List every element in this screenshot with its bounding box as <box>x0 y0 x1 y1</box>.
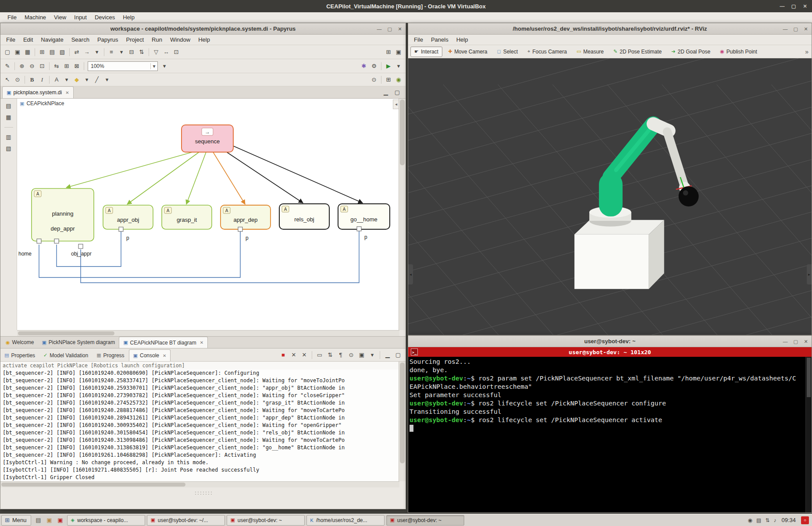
minimize-editor-icon[interactable]: ▁ <box>381 88 391 97</box>
validate-model-icon[interactable]: ✱ <box>359 61 369 71</box>
open-console-icon[interactable]: ▣ <box>357 350 367 360</box>
rviz-menu-item[interactable]: File <box>410 36 427 44</box>
close-button-icon[interactable]: ✕ <box>397 25 403 32</box>
maximize-panel-icon[interactable]: ▢ <box>393 350 403 360</box>
zoom-level-dropdown-icon[interactable]: ▾ <box>160 61 169 71</box>
minimize-button-icon[interactable]: — <box>779 2 786 10</box>
minimize-button-icon[interactable]: — <box>782 25 789 32</box>
interact-tool[interactable]: ☛Interact <box>410 46 442 57</box>
taskbar-window-papyrus[interactable]: ◈workspace - ceapilo... <box>67 515 145 526</box>
close-button-icon[interactable]: ✕ <box>801 2 808 10</box>
rviz-menu-item[interactable]: Help <box>452 36 472 44</box>
tab-welcome[interactable]: ◉Welcome <box>2 337 38 348</box>
volume-icon-icon[interactable]: ♪ <box>773 517 776 523</box>
bt-port[interactable] <box>119 227 123 231</box>
tab-picknplace-system-diagram[interactable]: ▣PickNPlace System diagram <box>38 337 119 348</box>
clock[interactable]: 09:34 <box>780 517 797 523</box>
papyrus-menu-item[interactable]: Help <box>194 36 214 44</box>
tab-properties[interactable]: ▤Properties <box>0 349 39 361</box>
zoom-caret-icon[interactable]: ▾ <box>150 63 157 69</box>
scrollbar-thumb[interactable] <box>18 331 114 335</box>
canvas-vertical-scrollbar[interactable] <box>399 99 406 330</box>
papyrus-menu-item[interactable]: Window <box>166 36 194 44</box>
insert-table-icon[interactable]: ⊞ <box>37 47 47 57</box>
papyrus-menu-item[interactable]: Project <box>122 36 148 44</box>
rviz-3d-viewport[interactable]: ◂ ▸ <box>408 58 812 335</box>
remove-launch-icon[interactable]: ✕ <box>289 350 299 360</box>
restore-view-icon[interactable]: ▤ <box>4 101 14 111</box>
terminal-scrollbar[interactable] <box>805 357 812 512</box>
bt-node-sequence[interactable]: →sequence <box>182 125 233 152</box>
publish-point-tool[interactable]: ◉Publish Point <box>716 46 761 57</box>
open-perspective-icon[interactable]: ⊞ <box>384 47 393 57</box>
bt-edge[interactable] <box>186 152 206 204</box>
bt-node-planning[interactable]: Aplanningdep_appr <box>32 188 94 241</box>
select-tool-icon[interactable]: ↖ <box>3 75 12 85</box>
save-icon[interactable]: ▣ <box>13 47 22 57</box>
terminal-screen[interactable]: Sourcing ros2...done, bye.user@sybot-dev… <box>408 357 805 512</box>
fill-color-icon[interactable]: ◆ <box>72 75 82 85</box>
bt-edge[interactable] <box>233 146 363 203</box>
papyrus-menu-item[interactable]: File <box>2 36 19 44</box>
show-desktop-icon[interactable]: ▤ <box>33 515 43 526</box>
run-dropdown-icon[interactable]: ▾ <box>394 61 403 71</box>
move-camera-tool[interactable]: ✚Move Camera <box>444 46 491 57</box>
zoom-out-icon[interactable]: ⊖ <box>27 61 37 71</box>
bt-edge[interactable] <box>213 152 245 204</box>
tab-ceapicknplace-bt-diagram[interactable]: ▣CEAPickNPlace BT diagram✕ <box>119 337 208 348</box>
network-icon-icon[interactable]: ⇅ <box>765 517 769 523</box>
bt-node-rels_obj[interactable]: Arels_obj <box>279 204 329 229</box>
align-icon[interactable]: ≡ <box>107 47 116 57</box>
bt-node-appr_dep[interactable]: Aappr_dep <box>221 205 271 229</box>
marker-icon[interactable]: ✎ <box>3 61 12 71</box>
minimize-button-icon[interactable]: — <box>376 25 383 32</box>
link-elements-icon[interactable]: ⇄ <box>72 47 82 57</box>
show-palette-icon[interactable]: ▤ <box>47 47 57 57</box>
arrow-dropdown-icon[interactable]: ▾ <box>92 47 102 57</box>
minimize-button-icon[interactable]: — <box>782 338 789 345</box>
scrollbar-thumb[interactable] <box>1 483 185 487</box>
vm-titlebar[interactable]: CEAPilot_VirtualMachine [Running] - Orac… <box>0 0 812 12</box>
maximize-button-icon[interactable]: ▢ <box>793 25 799 32</box>
menu-button[interactable]: ⊞ Menu <box>1 515 31 526</box>
file-manager-icon[interactable]: ▣ <box>44 515 54 526</box>
create-arrow-icon[interactable]: → <box>82 47 92 57</box>
terminal-titlebar[interactable]: user@sybot-dev: ~ —▢✕ <box>408 336 812 347</box>
displays-panel-handle[interactable]: ◂ <box>408 264 413 284</box>
terminal-launcher-icon[interactable]: ▣ <box>55 515 65 526</box>
close-icon[interactable]: ✕ <box>200 340 203 345</box>
diagram-canvas[interactable]: →sequenceAplanningdep_apprAappr_objAgras… <box>17 99 399 330</box>
collapse-all-icon[interactable]: ⊡ <box>171 47 181 57</box>
zoom-select[interactable]: 100% ▾ <box>88 61 158 71</box>
papyrus-menu-item[interactable]: Edit <box>19 36 37 44</box>
papyrus-menu-item[interactable]: Navigate <box>37 36 67 44</box>
minimize-panel-icon[interactable]: ▁ <box>383 350 392 360</box>
maximize-button-icon[interactable]: ▢ <box>387 25 393 32</box>
run-icon[interactable]: ▶ <box>384 61 393 71</box>
display-icon-icon[interactable]: ▤ <box>756 517 761 523</box>
scroll-lock-icon[interactable]: ⇅ <box>325 350 335 360</box>
tab-console[interactable]: ▣Console✕ <box>129 349 171 361</box>
font-color-icon[interactable]: A <box>52 75 61 85</box>
group-icon[interactable]: ⊟ <box>127 47 136 57</box>
papyrus-menu-item[interactable]: Papyrus <box>93 36 122 44</box>
fill-color-dropdown-icon[interactable]: ▾ <box>82 75 92 85</box>
vm-menu-item[interactable]: View <box>50 13 70 21</box>
zoom-tool-icon[interactable]: ⊙ <box>13 75 22 85</box>
console-vertical-scrollbar[interactable] <box>399 362 406 481</box>
maximize-button-icon[interactable]: ▢ <box>793 338 799 345</box>
route-link-icon[interactable]: ⇆ <box>52 61 61 71</box>
filter-icon[interactable]: ▽ <box>151 47 161 57</box>
preferences-gear-icon[interactable]: ⚙ <box>369 61 379 71</box>
show-grid-icon[interactable]: ⊞ <box>62 61 71 71</box>
expand-all-icon[interactable]: ↔ <box>161 47 171 57</box>
goal-pose-tool[interactable]: ➔2D Goal Pose <box>667 46 714 57</box>
rviz-titlebar[interactable]: /home/user/ros2_dev_ws/install/isybot/sh… <box>408 23 812 35</box>
console-dropdown-icon[interactable]: ▾ <box>367 350 377 360</box>
properties-shortcut-icon[interactable]: ▧ <box>4 144 14 153</box>
close-icon[interactable]: ✕ <box>163 353 166 358</box>
italic-icon[interactable]: I <box>37 75 47 85</box>
line-style-dropdown-icon[interactable]: ▾ <box>102 75 112 85</box>
capture-diagram-icon[interactable]: ◉ <box>394 75 403 85</box>
close-button-icon[interactable]: ✕ <box>803 338 809 345</box>
